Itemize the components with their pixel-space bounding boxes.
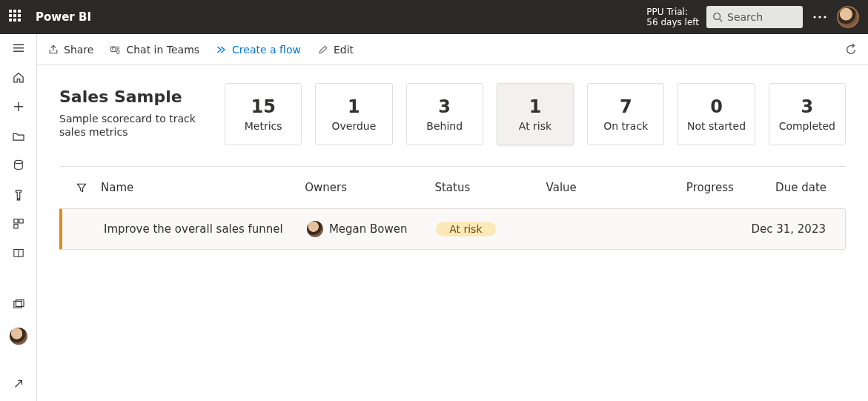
svg-point-4: [824, 16, 826, 18]
content-area: Sales Sample Sample scorecard to track s…: [37, 65, 868, 401]
edit-label: Edit: [334, 44, 354, 56]
home-icon[interactable]: [12, 71, 25, 84]
col-owners[interactable]: Owners: [300, 181, 430, 194]
card-value: 7: [620, 96, 632, 117]
more-options-icon[interactable]: [813, 16, 826, 19]
refresh-icon: [844, 43, 858, 56]
svg-line-1: [720, 19, 723, 22]
svg-point-17: [117, 47, 119, 49]
owner-avatar: [307, 221, 323, 237]
card-label: Completed: [779, 120, 835, 132]
workspaces-icon[interactable]: [12, 298, 25, 311]
svg-rect-12: [19, 219, 22, 223]
chat-label: Chat in Teams: [126, 44, 199, 56]
browse-icon[interactable]: [12, 130, 25, 143]
card-label: Overdue: [332, 120, 377, 132]
chat-in-teams-button[interactable]: Chat in Teams: [110, 44, 199, 56]
metrics-icon[interactable]: [12, 188, 25, 202]
trial-status: PPU Trial: 56 days left: [646, 7, 699, 27]
share-label: Share: [64, 44, 93, 56]
data-hub-icon[interactable]: [12, 159, 25, 172]
trial-line1: PPU Trial:: [646, 7, 699, 17]
expand-icon[interactable]: [12, 377, 25, 391]
filter-icon: [76, 182, 87, 193]
app-launcher-icon[interactable]: [9, 10, 24, 24]
share-button[interactable]: Share: [47, 44, 93, 56]
summary-cards: 15 Metrics 1 Overdue 3 Behind 1 At risk: [225, 83, 846, 145]
pencil-icon: [317, 44, 329, 56]
teams-icon: [110, 44, 122, 56]
topbar: Power BI PPU Trial: 56 days left Search: [0, 0, 868, 34]
scorecard-header: Sales Sample Sample scorecard to track s…: [59, 83, 211, 139]
owner-name: Megan Bowen: [329, 222, 408, 236]
card-at-risk[interactable]: 1 At risk: [497, 83, 574, 145]
search-placeholder: Search: [727, 11, 763, 23]
svg-point-10: [14, 161, 22, 164]
svg-point-3: [818, 16, 821, 18]
card-value: 1: [348, 96, 360, 117]
col-status[interactable]: Status: [430, 181, 541, 194]
card-value: 3: [801, 96, 813, 117]
filter-button[interactable]: [67, 182, 96, 193]
user-avatar[interactable]: [837, 6, 859, 28]
my-workspace-avatar[interactable]: [10, 328, 27, 345]
card-label: Metrics: [245, 120, 282, 132]
card-label: Behind: [426, 120, 463, 132]
col-due[interactable]: Due date: [746, 181, 838, 194]
search-input[interactable]: Search: [706, 6, 803, 28]
card-completed[interactable]: 3 Completed: [769, 83, 846, 145]
card-metrics[interactable]: 15 Metrics: [225, 83, 302, 145]
sidebar: [0, 34, 37, 401]
card-value: 0: [710, 96, 723, 117]
edit-button[interactable]: Edit: [317, 44, 354, 56]
col-name[interactable]: Name: [96, 181, 300, 194]
table-header: Name Owners Status Value Progress Due da…: [59, 167, 846, 208]
row-name: Improve the overall sales funnel: [99, 222, 302, 236]
card-value: 15: [251, 96, 275, 117]
svg-rect-11: [13, 219, 17, 223]
card-behind[interactable]: 3 Behind: [406, 83, 483, 145]
card-value: 3: [438, 96, 451, 117]
scorecard-title: Sales Sample: [59, 87, 211, 106]
metrics-table: Name Owners Status Value Progress Due da…: [59, 166, 846, 250]
status-badge: At risk: [436, 222, 495, 236]
row-status-cell: At risk: [431, 222, 542, 236]
trial-line2: 56 days left: [646, 17, 699, 27]
search-icon: [712, 12, 723, 22]
apps-icon[interactable]: [12, 217, 25, 231]
card-overdue[interactable]: 1 Overdue: [315, 83, 392, 145]
brand-label: Power BI: [36, 10, 91, 24]
learn-icon[interactable]: [12, 247, 25, 260]
card-label: On track: [603, 120, 648, 132]
create-flow-button[interactable]: Create a flow: [216, 44, 301, 56]
command-bar: Share Chat in Teams Create a flow Edit: [37, 34, 868, 65]
col-value[interactable]: Value: [542, 181, 635, 194]
card-on-track[interactable]: 7 On track: [587, 83, 664, 145]
card-label: At risk: [519, 120, 551, 132]
card-label: Not started: [687, 120, 746, 132]
svg-point-0: [714, 13, 720, 20]
card-value: 1: [529, 96, 542, 117]
card-not-started[interactable]: 0 Not started: [677, 83, 755, 145]
svg-point-2: [813, 16, 815, 18]
col-progress[interactable]: Progress: [635, 181, 746, 194]
svg-rect-13: [13, 225, 17, 228]
flow-icon: [216, 44, 228, 56]
svg-rect-16: [111, 47, 116, 51]
scorecard-subtitle: Sample scorecard to track sales metrics: [59, 112, 211, 139]
share-icon: [47, 44, 59, 56]
create-icon[interactable]: [12, 100, 25, 113]
refresh-button[interactable]: [844, 43, 858, 56]
flow-label: Create a flow: [232, 44, 301, 56]
row-due: Dec 31, 2023: [746, 222, 838, 236]
hamburger-icon[interactable]: [12, 42, 25, 55]
row-owner: Megan Bowen: [302, 221, 431, 237]
table-row[interactable]: Improve the overall sales funnel Megan B…: [59, 208, 846, 250]
